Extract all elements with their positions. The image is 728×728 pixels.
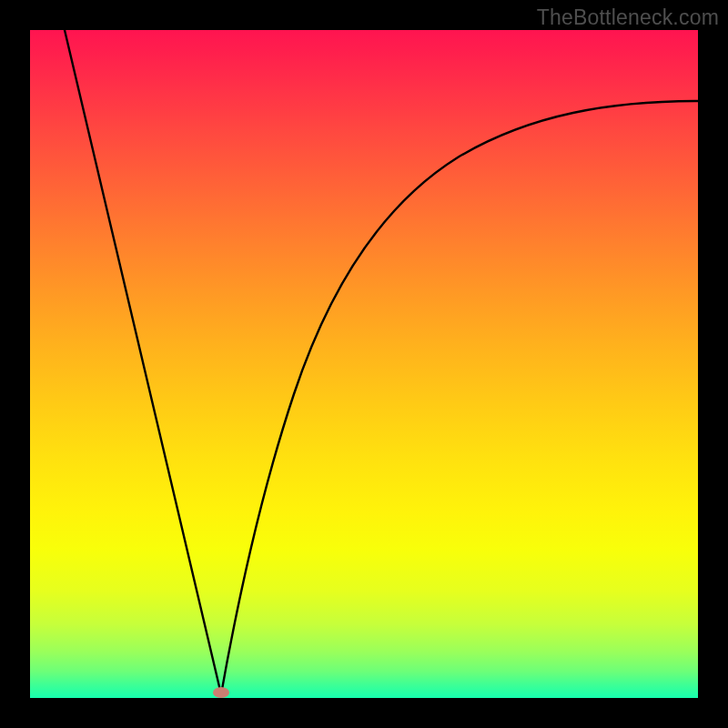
bottleneck-curve xyxy=(30,30,698,698)
optimum-marker xyxy=(213,687,229,698)
watermark-text: TheBottleneck.com xyxy=(537,5,719,30)
chart-frame: TheBottleneck.com xyxy=(0,0,728,728)
curve-right-branch xyxy=(221,101,698,694)
chart-plot-area xyxy=(30,30,698,698)
curve-left-branch xyxy=(65,30,221,694)
